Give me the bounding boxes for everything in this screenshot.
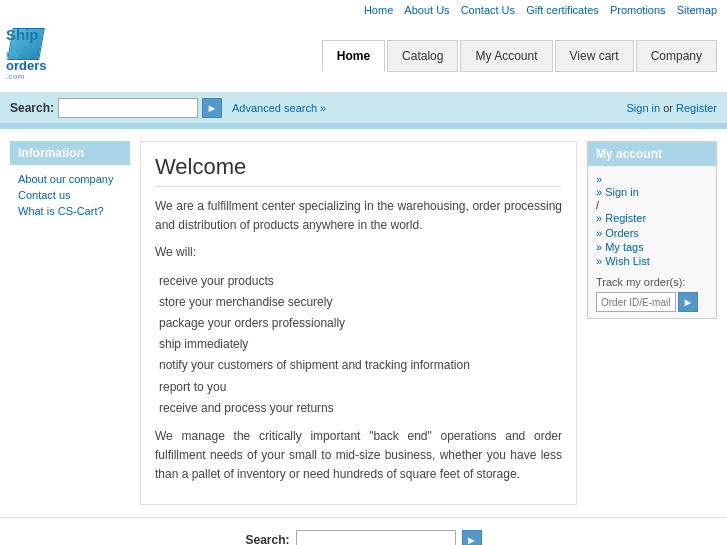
my-account-title: My account bbox=[588, 142, 716, 166]
search-button[interactable]: ► bbox=[202, 98, 222, 118]
top-nav: Home About Us Contact Us Gift certificat… bbox=[0, 0, 727, 20]
top-nav-sitemap[interactable]: Sitemap bbox=[677, 4, 717, 16]
bullet-3: package your orders professionally bbox=[159, 313, 562, 334]
logo-text: Ship my orders .com bbox=[6, 27, 46, 82]
center-content: Welcome We are a fulfillment center spec… bbox=[140, 141, 577, 505]
my-account-wish-list[interactable]: Wish List bbox=[596, 254, 708, 268]
main-nav: Home Catalog My Account View cart Compan… bbox=[322, 40, 717, 72]
welcome-title: Welcome bbox=[155, 154, 562, 187]
footer-search-label: Search: bbox=[245, 533, 289, 545]
bullet-7: receive and process your returns bbox=[159, 398, 562, 419]
sidebar-about[interactable]: About our company bbox=[10, 171, 130, 187]
bullet-list: receive your products store your merchan… bbox=[159, 271, 562, 419]
bullet-2: store your merchandise securely bbox=[159, 292, 562, 313]
my-account-body: » Sign in / Register Orders My tags Wish… bbox=[588, 166, 716, 318]
search-left: Search: ► Advanced search » bbox=[10, 98, 326, 118]
bullet-4: ship immediately bbox=[159, 334, 562, 355]
search-right: Sign in or Register bbox=[626, 102, 717, 114]
search-label: Search: bbox=[10, 101, 54, 115]
nav-tab-catalog[interactable]: Catalog bbox=[387, 40, 458, 72]
top-nav-gift[interactable]: Gift certificates bbox=[526, 4, 599, 16]
sidebar-contact[interactable]: Contact us bbox=[10, 187, 130, 203]
top-nav-contact[interactable]: Contact Us bbox=[461, 4, 515, 16]
my-account-orders[interactable]: Orders bbox=[596, 226, 708, 240]
bullet-6: report to you bbox=[159, 377, 562, 398]
sign-in-link[interactable]: Sign in bbox=[626, 102, 660, 114]
top-nav-home[interactable]: Home bbox=[364, 4, 393, 16]
sidebar-title: Information bbox=[10, 141, 130, 165]
right-sidebar: My account » Sign in / Register Orders M… bbox=[587, 141, 717, 505]
bullet-1: receive your products bbox=[159, 271, 562, 292]
main-content: Information About our company Contact us… bbox=[0, 129, 727, 517]
my-account-my-tags[interactable]: My tags bbox=[596, 240, 708, 254]
search-input[interactable] bbox=[58, 98, 198, 118]
welcome-closing: We manage the critically important "back… bbox=[155, 427, 562, 485]
header: Ship my orders .com Home Catalog My Acco… bbox=[0, 20, 727, 93]
my-account-sign-in[interactable]: Sign in bbox=[596, 185, 708, 199]
top-nav-promotions[interactable]: Promotions bbox=[610, 4, 666, 16]
advanced-search-link[interactable]: Advanced search » bbox=[232, 102, 326, 114]
top-nav-about[interactable]: About Us bbox=[404, 4, 449, 16]
nav-tab-view-cart[interactable]: View cart bbox=[555, 40, 634, 72]
sidebar-cscart[interactable]: What is CS-Cart? bbox=[10, 203, 130, 219]
bullet-5: notify your customers of shipment and tr… bbox=[159, 355, 562, 376]
footer-search-button[interactable]: ► bbox=[462, 530, 482, 545]
footer-search-input[interactable] bbox=[296, 530, 456, 545]
logo: Ship my orders .com bbox=[6, 26, 76, 86]
track-label: Track my order(s): bbox=[596, 276, 708, 288]
track-button[interactable]: ► bbox=[678, 292, 698, 312]
sidebar: Information About our company Contact us… bbox=[10, 141, 130, 505]
footer-search-area: Search: ► bbox=[0, 517, 727, 545]
track-input-row: ► bbox=[596, 292, 708, 312]
my-account-box: My account » Sign in / Register Orders M… bbox=[587, 141, 717, 319]
my-account-register[interactable]: Register bbox=[596, 211, 708, 225]
or-separator: or bbox=[663, 102, 673, 114]
track-input[interactable] bbox=[596, 292, 676, 312]
welcome-body: We are a fulfillment center specializing… bbox=[155, 197, 562, 484]
nav-tab-company[interactable]: Company bbox=[636, 40, 717, 72]
welcome-intro: We are a fulfillment center specializing… bbox=[155, 197, 562, 235]
nav-tab-my-account[interactable]: My Account bbox=[460, 40, 552, 72]
nav-tab-home[interactable]: Home bbox=[322, 40, 385, 72]
we-will-label: We will: bbox=[155, 243, 562, 262]
register-link[interactable]: Register bbox=[676, 102, 717, 114]
logo-area: Ship my orders .com bbox=[6, 26, 76, 86]
search-bar: Search: ► Advanced search » Sign in or R… bbox=[0, 93, 727, 123]
